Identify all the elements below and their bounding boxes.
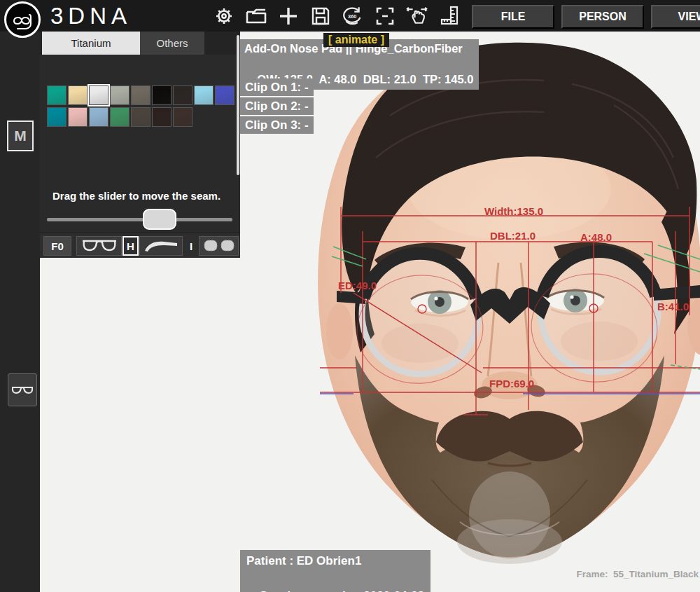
clip-on-2: Clip On 2: - (240, 97, 314, 115)
lenses-button[interactable] (199, 236, 239, 256)
temple-left (337, 291, 365, 304)
rotate-360-icon[interactable]: 360 (341, 4, 364, 27)
front-frame-icon (81, 238, 118, 254)
session-info-chip: Patient : ED Obrien1 Session : session 2… (240, 550, 430, 592)
temple-button[interactable] (139, 236, 183, 256)
color-swatch[interactable] (47, 107, 66, 127)
app-logo[interactable] (4, 1, 41, 38)
material-mode-button[interactable]: M (7, 121, 34, 151)
seam-slider-handle[interactable] (143, 209, 176, 230)
h-button[interactable]: H (122, 236, 139, 256)
dbl-measurement: DBL:21.0 (490, 230, 536, 242)
panel-button-bar: F0 H I (40, 233, 240, 258)
color-swatch[interactable] (152, 107, 172, 127)
panel-scrollbar[interactable] (237, 35, 239, 175)
width-measurement: Width:135.0 (484, 205, 543, 217)
material-panel: Titanium Others Drag the slider to move … (40, 32, 240, 258)
color-swatch[interactable] (152, 85, 172, 105)
glasses-logo-icon (8, 6, 36, 34)
seam-slider-track[interactable] (47, 218, 232, 221)
fpd-measurement: FPD:69.0 (489, 378, 534, 390)
color-swatch[interactable] (131, 85, 150, 105)
seam-slider-hint: Drag the slider to move the seam. (52, 190, 220, 202)
view-menu-button[interactable]: VIEW (651, 5, 700, 29)
color-swatch[interactable] (110, 107, 130, 127)
color-swatch[interactable] (173, 85, 192, 105)
file-menu-button[interactable]: FILE (472, 5, 554, 29)
lens-pair-icon (203, 238, 235, 254)
glasses-icon (10, 383, 34, 397)
session-name: Session : session 2020-04-29 (260, 589, 424, 592)
ruler-icon[interactable] (438, 4, 461, 27)
tab-others[interactable]: Others (140, 32, 204, 55)
color-swatch[interactable] (89, 85, 108, 105)
clip-on-1: Clip On 1: - (240, 78, 314, 96)
patient-name: Patient : ED Obrien1 (246, 554, 361, 567)
settings-gear-icon[interactable] (212, 4, 235, 27)
color-swatch[interactable] (131, 107, 150, 127)
b-measurement: B:41.0 (657, 301, 689, 312)
color-swatch[interactable] (68, 107, 88, 127)
swatch-row-1 (47, 85, 234, 105)
color-swatch[interactable] (110, 85, 130, 105)
logo-wordmark: 3DNA (50, 3, 132, 29)
ear-left (326, 303, 353, 359)
swatch-row-2 (47, 107, 192, 127)
material-tabs: Titanium Others (40, 32, 240, 55)
new-plus-icon[interactable] (276, 4, 300, 27)
frame-select-button[interactable] (8, 373, 37, 406)
frame-model: Frame: 55_Titanium_Black (576, 569, 699, 579)
toolbar-icons: 360 (212, 0, 461, 32)
temple-arm-icon (143, 239, 179, 253)
color-swatch[interactable] (47, 85, 66, 105)
clip-on-3: Clip On 3: - (240, 116, 314, 134)
color-swatch[interactable] (194, 85, 214, 105)
tab-titanium[interactable]: Titanium (42, 32, 140, 55)
person-menu-button[interactable]: PERSON (561, 5, 644, 29)
a-measurement: A:48.0 (580, 231, 612, 243)
ed-measurement: ED:49.0 (338, 280, 377, 291)
app-root: Width:135.0 DBL:21.0 A:48.0 ED:49.0 B:41… (0, 0, 700, 592)
current-frame-info: Frame: 55_Titanium_Black Half: 51_Titani… (576, 569, 699, 592)
beard-gray-patch-2 (457, 519, 562, 564)
color-swatch[interactable] (89, 107, 108, 127)
color-swatch[interactable] (173, 107, 192, 127)
fit-frame-icon[interactable] (373, 4, 396, 27)
f0-button[interactable]: F0 (43, 236, 71, 256)
color-swatch[interactable] (68, 85, 88, 105)
save-icon[interactable] (309, 4, 332, 27)
i-button[interactable]: I (186, 236, 196, 256)
svg-text:360: 360 (348, 13, 356, 19)
front-frame-button[interactable] (76, 236, 122, 256)
open-folder-icon[interactable] (244, 4, 267, 27)
pan-hand-icon[interactable] (405, 4, 428, 27)
animate-button[interactable]: [ animate ] (323, 33, 389, 47)
left-sidebar: M (0, 32, 40, 592)
color-swatch[interactable] (215, 85, 234, 105)
